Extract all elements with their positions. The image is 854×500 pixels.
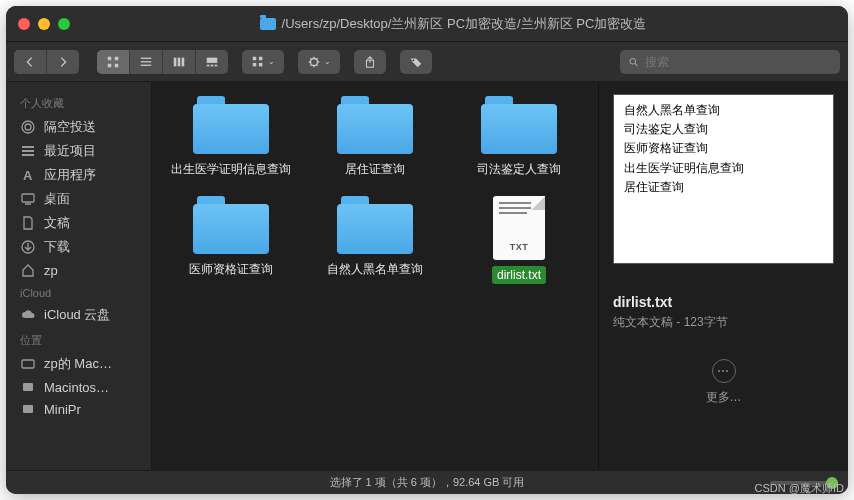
sidebar-item-loc-macintos[interactable]: Macintos… — [6, 376, 151, 398]
title-path: /Users/zp/Desktop/兰州新区 PC加密改造/兰州新区 PC加密改… — [70, 15, 836, 33]
sidebar-item-loc-zp-mac[interactable]: zp的 Mac… — [6, 352, 151, 376]
window-lights — [18, 18, 70, 30]
preview-content: 自然人黑名单查询司法鉴定人查询医师资格证查询出生医学证明信息查询居住证查询 — [613, 94, 834, 264]
sidebar-group-locations: 位置 — [6, 327, 151, 352]
view-buttons — [97, 50, 228, 74]
svg-rect-0 — [108, 56, 112, 60]
list-view-button[interactable] — [130, 50, 163, 74]
folder-icon — [260, 18, 276, 30]
search-input[interactable] — [645, 55, 832, 69]
svg-rect-27 — [22, 154, 34, 156]
sidebar: 个人收藏 隔空投送 最近项目 A应用程序 桌面 文稿 下载 zp iCloud … — [6, 82, 152, 470]
txt-file-icon: TXT — [493, 196, 545, 260]
folder-icon — [193, 196, 269, 254]
sidebar-group-icloud: iCloud — [6, 281, 151, 303]
svg-rect-5 — [141, 61, 152, 62]
file-label: 司法鉴定人查询 — [472, 160, 566, 178]
folder-item[interactable]: 居住证查询 — [306, 96, 444, 178]
svg-rect-9 — [182, 57, 185, 66]
svg-rect-29 — [22, 194, 34, 202]
tags-button[interactable] — [400, 50, 432, 74]
svg-rect-14 — [253, 56, 257, 60]
forward-button[interactable] — [47, 50, 79, 74]
file-item[interactable]: TXTdirlist.txt — [450, 196, 588, 284]
maximize-window-icon[interactable] — [58, 18, 70, 30]
preview-more[interactable]: ⋯ 更多… — [613, 359, 834, 406]
preview-meta: 纯文本文稿 - 123字节 — [613, 314, 834, 331]
preview-panel: 自然人黑名单查询司法鉴定人查询医师资格证查询出生医学证明信息查询居住证查询 di… — [598, 82, 848, 470]
svg-point-21 — [630, 58, 636, 64]
svg-rect-4 — [141, 57, 152, 58]
file-grid[interactable]: 出生医学证明信息查询居住证查询司法鉴定人查询医师资格证查询自然人黑名单查询TXT… — [152, 82, 598, 470]
sidebar-group-favorites: 个人收藏 — [6, 90, 151, 115]
sidebar-item-downloads[interactable]: 下载 — [6, 235, 151, 259]
folder-icon — [481, 96, 557, 154]
svg-rect-26 — [22, 150, 34, 152]
sidebar-item-desktop[interactable]: 桌面 — [6, 187, 151, 211]
watermark-text: CSDN @魔术师ID — [755, 481, 844, 496]
icon-view-button[interactable] — [97, 50, 130, 74]
sidebar-item-recents[interactable]: 最近项目 — [6, 139, 151, 163]
search-icon — [628, 56, 639, 68]
nav-buttons — [14, 50, 79, 74]
gallery-view-button[interactable] — [196, 50, 228, 74]
folder-item[interactable]: 自然人黑名单查询 — [306, 196, 444, 284]
file-label: dirlist.txt — [492, 266, 546, 284]
arrange-button[interactable]: ⌄ — [242, 50, 284, 74]
svg-point-23 — [25, 124, 31, 130]
preview-filename: dirlist.txt — [613, 294, 834, 310]
svg-rect-11 — [207, 64, 210, 66]
svg-text:A: A — [23, 168, 33, 183]
sidebar-item-airdrop[interactable]: 隔空投送 — [6, 115, 151, 139]
svg-rect-6 — [141, 64, 152, 65]
share-button[interactable] — [354, 50, 386, 74]
finder-window: /Users/zp/Desktop/兰州新区 PC加密改造/兰州新区 PC加密改… — [6, 6, 848, 494]
svg-rect-15 — [259, 56, 263, 60]
svg-rect-33 — [23, 383, 33, 391]
sidebar-item-icloud-drive[interactable]: iCloud 云盘 — [6, 303, 151, 327]
svg-rect-8 — [178, 57, 181, 66]
svg-point-20 — [413, 59, 415, 61]
svg-rect-3 — [115, 63, 119, 67]
svg-rect-32 — [22, 360, 34, 368]
folder-icon — [337, 96, 413, 154]
status-text: 选择了 1 项（共 6 项），92.64 GB 可用 — [330, 475, 525, 490]
file-label: 出生医学证明信息查询 — [166, 160, 296, 178]
folder-icon — [193, 96, 269, 154]
folder-item[interactable]: 司法鉴定人查询 — [450, 96, 588, 178]
toolbar: ⌄ ⌄ — [6, 42, 848, 82]
folder-item[interactable]: 医师资格证查询 — [162, 196, 300, 284]
svg-rect-10 — [207, 57, 218, 62]
action-button[interactable]: ⌄ — [298, 50, 340, 74]
status-bar: 选择了 1 项（共 6 项），92.64 GB 可用 — [6, 470, 848, 494]
more-icon[interactable]: ⋯ — [712, 359, 736, 383]
folder-icon — [337, 196, 413, 254]
svg-rect-34 — [23, 405, 33, 413]
sidebar-item-apps[interactable]: A应用程序 — [6, 163, 151, 187]
sidebar-item-loc-minipr[interactable]: MiniPr — [6, 398, 151, 420]
svg-rect-13 — [215, 64, 218, 66]
title-path-text: /Users/zp/Desktop/兰州新区 PC加密改造/兰州新区 PC加密改… — [282, 15, 647, 33]
sidebar-item-documents[interactable]: 文稿 — [6, 211, 151, 235]
back-button[interactable] — [14, 50, 47, 74]
close-window-icon[interactable] — [18, 18, 30, 30]
sidebar-item-home[interactable]: zp — [6, 259, 151, 281]
svg-line-22 — [635, 63, 638, 66]
svg-rect-2 — [108, 63, 112, 67]
file-label: 医师资格证查询 — [184, 260, 278, 278]
folder-item[interactable]: 出生医学证明信息查询 — [162, 96, 300, 178]
search-field[interactable] — [620, 50, 840, 74]
svg-rect-16 — [253, 62, 257, 66]
file-label: 自然人黑名单查询 — [322, 260, 428, 278]
minimize-window-icon[interactable] — [38, 18, 50, 30]
svg-rect-17 — [259, 62, 263, 66]
titlebar[interactable]: /Users/zp/Desktop/兰州新区 PC加密改造/兰州新区 PC加密改… — [6, 6, 848, 42]
svg-rect-12 — [211, 64, 214, 66]
svg-rect-7 — [174, 57, 177, 66]
svg-point-24 — [22, 121, 34, 133]
svg-rect-25 — [22, 146, 34, 148]
file-label: 居住证查询 — [340, 160, 410, 178]
svg-rect-1 — [115, 56, 119, 60]
column-view-button[interactable] — [163, 50, 196, 74]
